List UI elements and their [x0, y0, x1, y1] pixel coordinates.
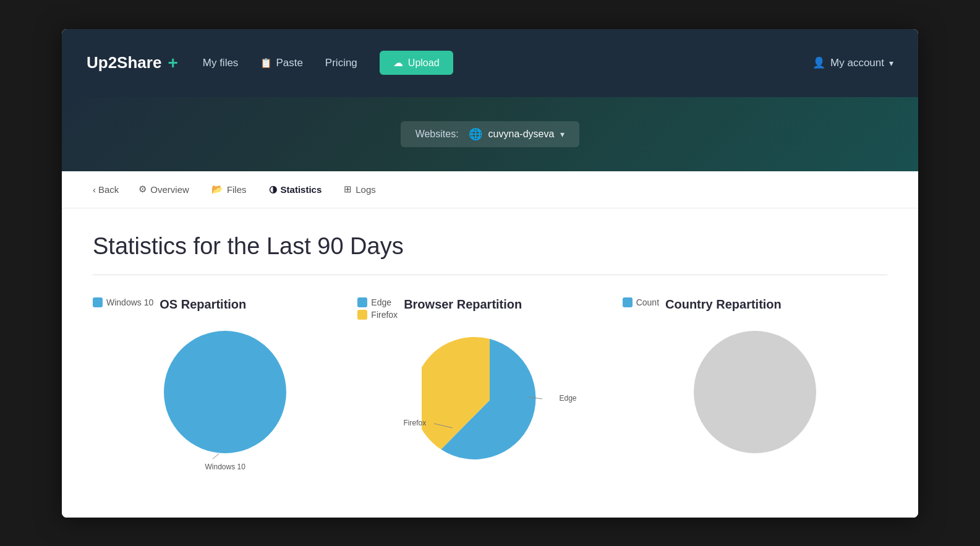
country-legend-dot-count	[623, 297, 633, 307]
selected-website: cuvyna-dyseva	[488, 129, 555, 140]
os-legend-dot-windows10	[93, 297, 103, 307]
website-chevron-icon: ▾	[560, 129, 565, 139]
tab-statistics[interactable]: ◑ Statistics	[260, 180, 331, 198]
pie-chart-icon: ◑	[269, 184, 277, 195]
my-account-link[interactable]: 👤 My account ▾	[812, 56, 893, 69]
os-legend-windows10: Windows 10	[93, 297, 153, 307]
browser-legend-dot-firefox	[357, 310, 367, 320]
tabs-bar: ‹ Back ⚙ Overview 📂 Files ◑ Statistics ⊞…	[62, 171, 918, 208]
nav-pricing[interactable]: Pricing	[325, 57, 357, 69]
os-legend-label-windows10: Windows 10	[106, 297, 153, 307]
os-chart-header: Windows 10 OS Repartition	[93, 297, 357, 312]
browser-legend-dot-edge	[357, 297, 367, 307]
sliders-icon: ⚙	[138, 184, 147, 195]
divider	[93, 275, 887, 275]
browser-pie-label-firefox: Firefox	[403, 419, 426, 427]
nav-paste[interactable]: 📋 Paste	[260, 57, 302, 69]
logo-plus: +	[168, 53, 177, 73]
nav-my-files[interactable]: My files	[203, 57, 239, 69]
table-icon: ⊞	[344, 184, 352, 195]
country-chart-section: Count Country Repartition	[623, 297, 887, 460]
upload-cloud-icon: ☁	[393, 57, 403, 69]
tab-logs[interactable]: ⊞ Logs	[335, 180, 385, 198]
country-legend-count: Count	[623, 297, 659, 307]
os-legend: Windows 10	[93, 297, 153, 307]
charts-row: Windows 10 OS Repartition Windows 10	[93, 297, 887, 480]
app-window: Up2Share + My files 📋 Paste Pricing ☁ Up…	[62, 29, 918, 518]
upload-button[interactable]: ☁ Upload	[380, 51, 453, 75]
chevron-down-icon: ▾	[889, 58, 893, 68]
user-icon: 👤	[812, 56, 825, 69]
hero-band: Websites: 🌐 cuvyna-dyseva ▾	[62, 97, 918, 171]
browser-legend-edge: Edge	[357, 297, 398, 307]
browser-legend-label-edge: Edge	[371, 297, 391, 307]
country-pie-container	[687, 324, 823, 460]
os-pie-label-line	[157, 324, 293, 472]
country-chart-header: Count Country Repartition	[623, 297, 887, 312]
navbar: Up2Share + My files 📋 Paste Pricing ☁ Up…	[62, 29, 918, 97]
paste-icon: 📋	[260, 58, 272, 69]
nav-right: 👤 My account ▾	[812, 56, 893, 69]
browser-chart-title: Browser Repartition	[404, 297, 522, 312]
browser-chart-section: Edge Firefox Browser Repartition	[357, 297, 622, 480]
os-chart-section: Windows 10 OS Repartition Windows 10	[93, 297, 357, 460]
browser-legend-firefox: Firefox	[357, 310, 398, 320]
country-legend-label-count: Count	[636, 297, 659, 307]
browser-legend-label-firefox: Firefox	[371, 310, 398, 320]
country-legend: Count	[623, 297, 659, 307]
main-content: Statistics for the Last 90 Days Windows …	[62, 208, 918, 518]
country-chart-title: Country Repartition	[665, 297, 782, 312]
browser-pie-label-edge: Edge	[559, 394, 576, 403]
page-title: Statistics for the Last 90 Days	[93, 233, 887, 260]
browser-pie-chart	[422, 332, 558, 468]
websites-selector[interactable]: Websites: 🌐 cuvyna-dyseva ▾	[401, 121, 580, 147]
os-pie-container: Windows 10	[157, 324, 293, 460]
browser-legend: Edge Firefox	[357, 297, 398, 320]
back-button[interactable]: ‹ Back	[87, 181, 125, 198]
browser-pie-container: Firefox Edge	[422, 332, 558, 480]
nav-links: My files 📋 Paste Pricing ☁ Upload	[203, 51, 788, 75]
svg-point-4	[694, 331, 816, 453]
websites-label: Websites:	[415, 129, 459, 140]
back-arrow-icon: ‹	[93, 184, 96, 195]
logo: Up2Share +	[87, 53, 178, 73]
files-icon: 📂	[211, 184, 223, 195]
tab-files[interactable]: 📂 Files	[203, 180, 255, 198]
svg-line-1	[213, 454, 219, 459]
browser-chart-header: Edge Firefox Browser Repartition	[357, 297, 622, 320]
os-chart-title: OS Repartition	[160, 297, 246, 312]
globe-icon: 🌐	[469, 127, 482, 141]
logo-text: Up2Share	[87, 53, 161, 72]
country-pie-chart	[687, 324, 823, 460]
tab-overview[interactable]: ⚙ Overview	[130, 180, 198, 198]
